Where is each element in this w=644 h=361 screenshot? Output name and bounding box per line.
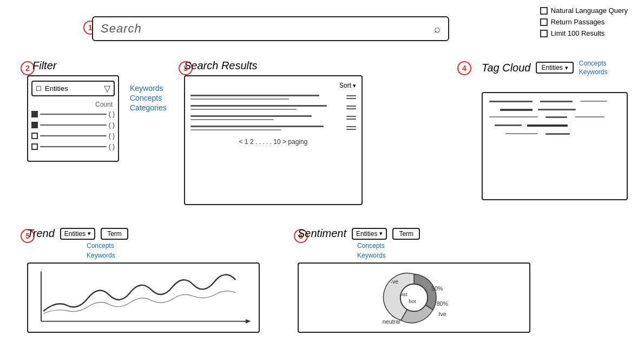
svg-text:50%: 50% <box>431 285 443 292</box>
tag-row-3 <box>489 116 620 118</box>
tagcloud-section: Tag Cloud Entities ▾ Concepts Keywords <box>482 60 628 200</box>
tag-row-4 <box>489 124 620 127</box>
trend-dropdown[interactable]: Entities ▾ <box>60 228 95 240</box>
result-item-2[interactable] <box>190 105 356 110</box>
sentiment-dropdown-arrow-icon: ▾ <box>379 230 383 237</box>
filter-row-2: ( ) <box>31 121 115 129</box>
filter-row-4: ( ) <box>31 143 115 150</box>
filter-options: Keywords Concepts Categories <box>130 84 167 112</box>
trend-dropdown-arrow-icon: ▾ <box>88 230 91 237</box>
step-number-4: 4 <box>457 61 471 75</box>
result-text-1 <box>190 95 342 100</box>
paging-text[interactable]: < 1 2 . . . . . 10 > paging <box>239 138 308 146</box>
sentiment-header: Sentiment Entities ▾ Term <box>298 227 530 240</box>
passages-checkbox[interactable] <box>540 18 548 26</box>
nlq-label: Natural Language Query <box>551 6 628 15</box>
sort-arrow-icon: ▾ <box>353 82 356 89</box>
option-limit: Limit 100 Results <box>540 29 628 37</box>
result-item-4[interactable] <box>190 126 356 130</box>
trend-option-concepts[interactable]: Concepts <box>87 241 260 251</box>
sentiment-dropdown[interactable]: Entities ▾ <box>352 228 387 240</box>
filter-title: Filter <box>32 60 119 72</box>
tagcloud-option-concepts[interactable]: Concepts <box>579 60 608 67</box>
svg-text:bot: bot <box>409 298 416 304</box>
filter-row3-checkbox[interactable] <box>31 133 38 139</box>
svg-text:-ve: -ve <box>390 278 398 285</box>
option-nlq: Natural Language Query <box>540 6 628 15</box>
filter-row4-line <box>40 146 107 147</box>
trend-term-button[interactable]: Term <box>101 228 128 240</box>
filter-row3-count: ( ) <box>109 132 115 140</box>
results-box: Sort ▾ <box>184 75 363 205</box>
tagcloud-box <box>482 92 628 200</box>
filter-row2-checkbox[interactable] <box>31 122 38 128</box>
filter-row-3: ( ) <box>31 132 115 140</box>
options-section: Natural Language Query Return Passages L… <box>540 6 628 41</box>
trend-chart-box <box>27 262 260 333</box>
filter-option-keywords[interactable]: Keywords <box>130 84 167 93</box>
sentiment-chart-box: -ve 50% 80% tve neutral list bot <box>298 262 530 333</box>
trend-term-label: Term <box>107 230 122 238</box>
tagcloud-dropdown[interactable]: Entities ▾ <box>536 62 573 74</box>
filter-row1-checkbox[interactable] <box>31 111 38 117</box>
tagcloud-title: Tag Cloud <box>482 62 530 74</box>
result-text-2 <box>190 105 342 110</box>
filter-row1-line <box>40 114 107 115</box>
filter-dropdown-label: Entities <box>45 84 68 93</box>
filter-dropdown-arrow-icon: ▽ <box>104 83 110 94</box>
search-section: Search ⌕ <box>92 16 449 41</box>
results-section: Search Results Sort ▾ <box>184 60 363 205</box>
paging-row: < 1 2 . . . . . 10 > paging <box>190 138 356 146</box>
trend-section: Trend Entities ▾ Term Concepts Keywords <box>27 227 260 333</box>
trend-header: Trend Entities ▾ Term <box>27 227 260 240</box>
tag-row-2 <box>489 109 620 111</box>
tag-row-1 <box>489 101 620 102</box>
sentiment-option-concepts[interactable]: Concepts <box>357 241 530 251</box>
sentiment-section: Sentiment Entities ▾ Term Concepts Keywo… <box>298 227 530 333</box>
svg-text:list: list <box>401 291 408 297</box>
tagcloud-header: Tag Cloud Entities ▾ Concepts Keywords <box>482 60 628 76</box>
nlq-checkbox[interactable] <box>540 7 548 15</box>
filter-option-categories[interactable]: Categories <box>130 103 167 112</box>
search-bar[interactable]: Search ⌕ <box>92 16 449 41</box>
sentiment-term-label: Term <box>399 230 413 238</box>
trend-title: Trend <box>27 227 55 240</box>
results-sort-row: Sort ▾ <box>190 82 356 89</box>
tagcloud-options-inline: Concepts Keywords <box>579 60 608 76</box>
filter-row2-line <box>40 124 107 126</box>
filter-row1-count: ( ) <box>109 110 115 118</box>
filter-option-concepts[interactable]: Concepts <box>130 94 167 102</box>
filter-row4-checkbox[interactable] <box>31 143 38 150</box>
sort-label[interactable]: Sort <box>339 82 351 89</box>
result-text-4 <box>190 126 342 130</box>
filter-row2-count: ( ) <box>109 121 115 129</box>
filter-count-header: Count <box>31 101 115 108</box>
search-icon[interactable]: ⌕ <box>434 23 441 35</box>
tagcloud-dropdown-label: Entities <box>541 64 562 71</box>
tag-row-5 <box>489 133 620 135</box>
tagcloud-option-keywords[interactable]: Keywords <box>579 68 608 76</box>
svg-marker-2 <box>246 319 251 324</box>
limit-checkbox[interactable] <box>540 30 548 37</box>
filter-dropdown[interactable]: ☐ Entities ▽ <box>31 81 115 96</box>
trend-dropdown-options: Concepts Keywords <box>87 241 260 260</box>
results-title: Search Results <box>184 60 363 72</box>
svg-text:80%: 80% <box>437 300 449 307</box>
sentiment-dropdown-label: Entities <box>356 230 377 238</box>
filter-row4-count: ( ) <box>109 143 115 150</box>
result-item-3[interactable] <box>190 115 356 120</box>
result-item-1[interactable] <box>190 95 356 100</box>
sentiment-chart-svg: -ve 50% 80% tve neutral list bot <box>299 264 529 332</box>
search-label: Search <box>101 22 434 36</box>
sentiment-option-keywords[interactable]: Keywords <box>357 251 530 260</box>
trend-dropdown-label: Entities <box>64 230 86 238</box>
trend-option-keywords[interactable]: Keywords <box>87 251 260 260</box>
filter-row3-line <box>40 135 107 136</box>
tagcloud-dropdown-arrow-icon: ▾ <box>565 64 568 71</box>
sentiment-title: Sentiment <box>298 227 346 240</box>
svg-text:neutral: neutral <box>383 318 400 325</box>
sentiment-term-button[interactable]: Term <box>392 228 420 240</box>
option-passages: Return Passages <box>540 18 628 26</box>
passages-label: Return Passages <box>551 18 605 26</box>
filter-row-1: ( ) <box>31 110 115 118</box>
